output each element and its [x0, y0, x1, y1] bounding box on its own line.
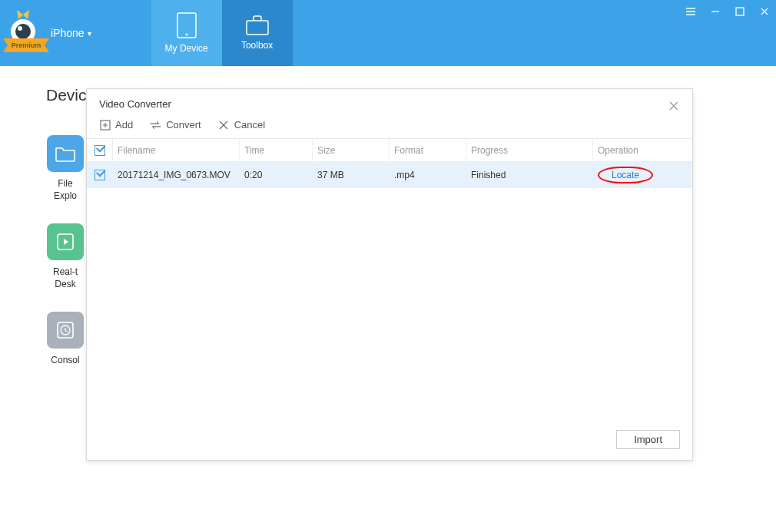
maximize-button[interactable] [733, 5, 747, 18]
row-filename: 20171214_IMG_0673.MOV [113, 162, 240, 188]
row-checkbox[interactable] [87, 162, 113, 188]
premium-badge: Premium [3, 38, 49, 52]
tool-label: Real-tDesk [53, 266, 78, 290]
column-filename: Filename [113, 139, 240, 161]
add-button[interactable]: Add [99, 119, 133, 131]
folder-icon [47, 135, 84, 172]
row-progress: Finished [466, 162, 593, 188]
app-logo: Premium [0, 0, 46, 66]
cancel-button-label: Cancel [234, 119, 265, 131]
nav-my-device[interactable]: My Device [151, 0, 222, 66]
svg-rect-5 [247, 21, 268, 35]
tool-realtime-desktop[interactable]: Real-tDesk [46, 223, 85, 290]
clock-icon [47, 312, 84, 349]
table-header: Filename Time Size Format Progress Opera… [87, 139, 692, 162]
column-format: Format [390, 139, 466, 161]
close-icon [668, 100, 680, 112]
row-time: 0:20 [240, 162, 313, 188]
row-format: .mp4 [390, 162, 466, 188]
menu-icon[interactable] [684, 5, 698, 18]
cancel-button[interactable]: Cancel [218, 119, 265, 131]
window-controls [684, 5, 771, 18]
device-icon [177, 12, 197, 38]
app-header: Premium iPhone ▾ My Device Toolbox [0, 0, 776, 66]
convert-icon [150, 119, 161, 131]
toolbox-icon [246, 15, 269, 35]
column-size: Size [313, 139, 390, 161]
modal-title: Video Converter [87, 89, 692, 117]
row-operation: Locate [593, 162, 692, 188]
play-icon [47, 223, 84, 260]
video-converter-modal: Video Converter Add Convert Cancel Fi [86, 88, 693, 461]
svg-point-2 [18, 26, 22, 31]
premium-badge-label: Premium [12, 41, 41, 49]
modal-close-button[interactable] [666, 98, 681, 114]
column-time: Time [240, 139, 313, 161]
device-selector-label: iPhone [51, 27, 85, 39]
tool-console[interactable]: Consol [46, 312, 85, 367]
svg-rect-6 [736, 8, 744, 15]
modal-toolbar: Add Convert Cancel [87, 117, 692, 139]
select-all-checkbox[interactable] [87, 139, 113, 161]
nav-item-label: My Device [165, 43, 208, 54]
import-button[interactable]: Import [616, 430, 680, 449]
add-button-label: Add [115, 119, 133, 131]
cancel-icon [218, 119, 230, 131]
device-selector[interactable]: iPhone ▾ [46, 0, 105, 66]
plus-icon [99, 119, 111, 131]
minimize-button[interactable] [708, 5, 722, 18]
tool-file-explorer[interactable]: FileExplo [46, 135, 85, 202]
close-button[interactable] [758, 5, 771, 18]
column-progress: Progress [466, 139, 593, 161]
row-size: 37 MB [313, 162, 390, 188]
svg-point-4 [185, 34, 187, 36]
column-operation: Operation [593, 139, 692, 161]
checkbox-icon [95, 170, 105, 180]
header-nav: My Device Toolbox [151, 0, 293, 66]
nav-toolbox[interactable]: Toolbox [222, 0, 293, 66]
tool-label: Consol [51, 355, 79, 367]
modal-footer: Import [87, 419, 692, 460]
nav-item-label: Toolbox [241, 40, 273, 51]
tool-label: FileExplo [54, 178, 77, 202]
locate-link[interactable]: Locate [598, 167, 653, 183]
convert-button-label: Convert [166, 119, 201, 131]
table-row[interactable]: 20171214_IMG_0673.MOV 0:20 37 MB .mp4 Fi… [87, 162, 692, 188]
svg-point-1 [15, 24, 31, 39]
chevron-down-icon: ▾ [88, 29, 91, 38]
checkbox-icon [95, 145, 105, 156]
convert-button[interactable]: Convert [150, 119, 201, 131]
